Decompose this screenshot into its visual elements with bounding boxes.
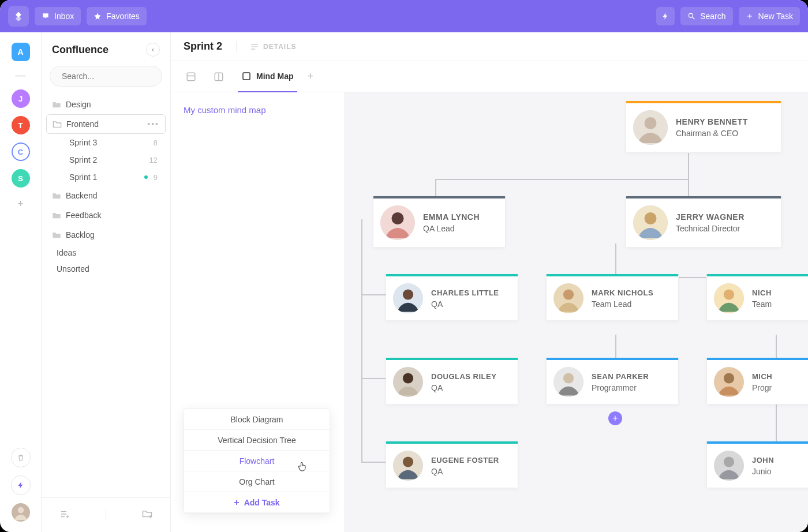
rail-collapse[interactable]: — [16, 69, 26, 81]
card-name: HENRY BENNETT [676, 117, 748, 126]
new-task-button[interactable]: New Task [739, 7, 800, 25]
favorites-button[interactable]: Favorites [87, 7, 147, 25]
bolt-icon [17, 481, 25, 489]
org-card-cut3[interactable]: JOHN Junio [706, 441, 808, 488]
sidebar-footer [42, 497, 170, 532]
menu-add-task[interactable]: + Add Task [184, 492, 330, 513]
svg-point-0 [689, 13, 693, 17]
folder-icon [52, 211, 61, 219]
org-card-ceo[interactable]: HENRY BENNETT Chairman & CEO [626, 101, 781, 152]
svg-rect-7 [243, 73, 250, 80]
details-button[interactable]: DETAILS [250, 43, 296, 51]
bolt-button[interactable] [656, 7, 675, 25]
add-view[interactable]: + [308, 70, 314, 83]
nav-frontend[interactable]: Frontend ••• [46, 114, 166, 134]
nav-backend[interactable]: Backend [46, 186, 166, 205]
folder-plus-icon [142, 509, 152, 519]
sidebar-search[interactable] [50, 66, 162, 87]
user-avatar[interactable] [12, 503, 30, 522]
svg-point-27 [403, 456, 413, 467]
menu-block-diagram[interactable]: Block Diagram [184, 409, 330, 430]
add-space[interactable]: + [17, 198, 24, 210]
org-card-qa1[interactable]: CHARLES LITTLE QA [386, 274, 518, 321]
org-card-cut1[interactable]: NICH Team [706, 274, 808, 321]
tab-label: Mind Map [256, 72, 294, 81]
org-card-tech-director[interactable]: JERRY WAGNER Technical Director [626, 196, 781, 248]
plus-icon [746, 12, 754, 20]
org-card-qa3[interactable]: EUGENE FOSTER QA [386, 441, 518, 488]
add-node[interactable]: + [608, 411, 622, 425]
app-logo[interactable] [8, 6, 29, 27]
details-label: DETAILS [263, 43, 296, 51]
space-j[interactable]: J [12, 89, 30, 108]
space-t[interactable]: T [12, 116, 30, 134]
new-task-label: New Task [758, 12, 793, 21]
automations-button[interactable] [11, 475, 31, 495]
nav-label: Frontend [66, 119, 99, 129]
card-role: Chairman & CEO [676, 129, 748, 138]
sidebar-collapse[interactable]: ‹ [146, 43, 160, 57]
space-c[interactable]: C [12, 143, 30, 161]
folder-icon [52, 231, 61, 239]
avatar [714, 283, 744, 313]
nav-sprint2[interactable]: Sprint 2 12 [46, 151, 166, 168]
card-name: MARK NICHOLS [592, 289, 653, 297]
menu-org-chart[interactable]: Org Chart [184, 471, 330, 492]
favorites-label: Favorites [106, 12, 140, 21]
avatar [714, 367, 744, 397]
nav-sprint3[interactable]: Sprint 3 8 [46, 134, 166, 151]
svg-point-19 [724, 289, 734, 299]
tab-list[interactable] [182, 61, 200, 92]
board-icon [214, 72, 224, 82]
nav-unsorted[interactable]: Unsorted [46, 261, 166, 277]
avatar [553, 367, 583, 397]
status-dot [144, 175, 148, 179]
inbox-label: Inbox [54, 12, 74, 21]
org-card-qa-lead[interactable]: EMMA LYNCH QA Lead [373, 196, 506, 248]
trash-button[interactable] [11, 448, 31, 467]
nav-label: Sprint 3 [69, 138, 97, 147]
card-name: MICH [752, 372, 772, 381]
card-name: EUGENE FOSTER [431, 456, 499, 464]
inbox-icon [42, 12, 50, 20]
more-icon[interactable]: ••• [147, 119, 159, 129]
org-card-cut2[interactable]: MICH Progr [706, 358, 808, 404]
avatar [393, 367, 423, 397]
inbox-button[interactable]: Inbox [35, 7, 81, 25]
nav-label: Design [66, 100, 91, 109]
org-card-programmer[interactable]: SEAN PARKER Programmer [546, 358, 679, 404]
org-card-qa2[interactable]: DOUGLAS RILEY QA [386, 358, 518, 404]
svg-point-9 [645, 117, 657, 129]
svg-point-21 [403, 373, 413, 383]
org-card-team-lead[interactable]: MARK NICHOLS Team Lead [546, 274, 679, 321]
svg-line-1 [693, 17, 695, 20]
nav-design[interactable]: Design [46, 95, 166, 114]
svg-point-29 [724, 456, 734, 467]
tabbar: Mind Map + [171, 61, 808, 92]
menu-vertical-decision-tree[interactable]: Vertical Decision Tree [184, 430, 330, 451]
mindmap-canvas[interactable]: My custom mind map [171, 92, 808, 532]
nav-feedback[interactable]: Feedback [46, 205, 166, 225]
list-icon [186, 72, 196, 82]
nav-ideas[interactable]: Ideas [46, 245, 166, 261]
card-role: QA [431, 467, 499, 476]
avatar [553, 283, 583, 313]
cursor-icon [297, 460, 308, 473]
nav-sprint1[interactable]: Sprint 1 9 [46, 168, 166, 186]
new-folder-button[interactable] [142, 509, 152, 522]
search-button[interactable]: Search [680, 7, 732, 25]
left-rail: A — J T C S + [0, 32, 42, 532]
space-s[interactable]: S [12, 169, 30, 188]
tab-board[interactable] [210, 61, 227, 92]
workspace-a[interactable]: A [12, 43, 30, 61]
search-input[interactable] [62, 72, 163, 81]
svg-point-25 [724, 373, 734, 383]
list-plus-icon [59, 509, 70, 519]
tab-mindmap[interactable]: Mind Map [238, 61, 297, 92]
nav-backlog[interactable]: Backlog [46, 225, 166, 245]
avatar [633, 110, 668, 145]
svg-point-17 [563, 289, 574, 299]
new-list-button[interactable] [59, 509, 70, 522]
mindmap-name[interactable]: My custom mind map [184, 105, 266, 115]
count-badge: 8 [154, 138, 158, 147]
